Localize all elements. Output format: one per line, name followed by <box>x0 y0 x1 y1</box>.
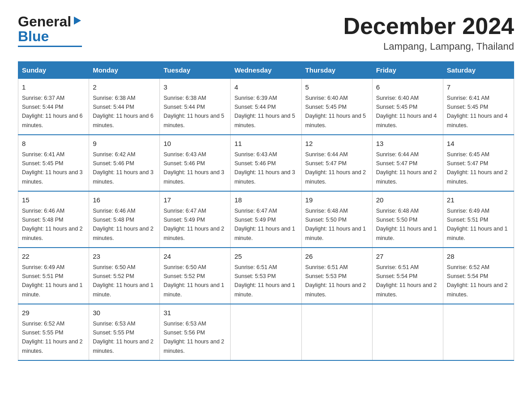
table-row: 23 Sunrise: 6:50 AMSunset: 5:52 PMDaylig… <box>89 248 160 304</box>
day-info: Sunrise: 6:49 AMSunset: 5:51 PMDaylight:… <box>447 208 508 241</box>
day-info: Sunrise: 6:43 AMSunset: 5:46 PMDaylight:… <box>234 151 295 185</box>
table-row: 12 Sunrise: 6:44 AMSunset: 5:47 PMDaylig… <box>301 135 372 191</box>
table-row: 6 Sunrise: 6:40 AMSunset: 5:45 PMDayligh… <box>372 79 443 135</box>
col-saturday: Saturday <box>443 62 514 79</box>
day-info: Sunrise: 6:44 AMSunset: 5:47 PMDaylight:… <box>305 151 366 185</box>
table-row: 13 Sunrise: 6:44 AMSunset: 5:47 PMDaylig… <box>372 135 443 191</box>
table-row: 22 Sunrise: 6:49 AMSunset: 5:51 PMDaylig… <box>18 248 89 304</box>
col-wednesday: Wednesday <box>231 62 301 79</box>
col-sunday: Sunday <box>18 62 89 79</box>
day-number: 28 <box>447 252 510 262</box>
col-tuesday: Tuesday <box>160 62 231 79</box>
day-number: 1 <box>22 82 85 93</box>
day-number: 9 <box>93 139 156 149</box>
table-row: 24 Sunrise: 6:50 AMSunset: 5:52 PMDaylig… <box>160 248 231 304</box>
calendar-week-row: 8 Sunrise: 6:41 AMSunset: 5:45 PMDayligh… <box>18 135 514 191</box>
day-number: 30 <box>93 308 156 318</box>
table-row: 7 Sunrise: 6:41 AMSunset: 5:45 PMDayligh… <box>443 79 514 135</box>
table-row: 28 Sunrise: 6:52 AMSunset: 5:54 PMDaylig… <box>443 248 514 304</box>
day-info: Sunrise: 6:52 AMSunset: 5:55 PMDaylight:… <box>22 321 83 354</box>
day-info: Sunrise: 6:41 AMSunset: 5:45 PMDaylight:… <box>447 95 508 128</box>
day-info: Sunrise: 6:53 AMSunset: 5:56 PMDaylight:… <box>163 321 224 354</box>
table-row: 26 Sunrise: 6:51 AMSunset: 5:53 PMDaylig… <box>301 248 372 304</box>
day-info: Sunrise: 6:40 AMSunset: 5:45 PMDaylight:… <box>376 95 437 128</box>
table-row <box>301 304 372 360</box>
day-number: 8 <box>22 139 85 149</box>
day-info: Sunrise: 6:41 AMSunset: 5:45 PMDaylight:… <box>22 151 83 185</box>
page-header: General Blue December 2024 Lampang, Lamp… <box>18 13 514 52</box>
day-info: Sunrise: 6:52 AMSunset: 5:54 PMDaylight:… <box>447 264 508 298</box>
day-info: Sunrise: 6:46 AMSunset: 5:48 PMDaylight:… <box>93 208 154 241</box>
calendar-week-row: 22 Sunrise: 6:49 AMSunset: 5:51 PMDaylig… <box>18 248 514 304</box>
day-number: 18 <box>234 195 297 206</box>
day-number: 29 <box>22 308 85 318</box>
day-number: 14 <box>447 139 510 149</box>
day-number: 22 <box>22 252 85 262</box>
table-row: 5 Sunrise: 6:40 AMSunset: 5:45 PMDayligh… <box>301 79 372 135</box>
day-info: Sunrise: 6:38 AMSunset: 5:44 PMDaylight:… <box>93 95 154 128</box>
day-number: 16 <box>93 195 156 206</box>
day-number: 15 <box>22 195 85 206</box>
day-number: 4 <box>234 82 297 93</box>
logo: General Blue <box>18 13 82 47</box>
month-title: December 2024 <box>343 13 514 39</box>
day-info: Sunrise: 6:38 AMSunset: 5:44 PMDaylight:… <box>163 95 224 128</box>
table-row: 25 Sunrise: 6:51 AMSunset: 5:53 PMDaylig… <box>231 248 301 304</box>
table-row: 3 Sunrise: 6:38 AMSunset: 5:44 PMDayligh… <box>160 79 231 135</box>
col-monday: Monday <box>89 62 160 79</box>
day-number: 11 <box>234 139 297 149</box>
day-number: 13 <box>376 139 439 149</box>
logo-triangle-icon <box>72 16 82 26</box>
day-info: Sunrise: 6:51 AMSunset: 5:53 PMDaylight:… <box>234 264 295 298</box>
table-row: 21 Sunrise: 6:49 AMSunset: 5:51 PMDaylig… <box>443 191 514 248</box>
day-info: Sunrise: 6:48 AMSunset: 5:50 PMDaylight:… <box>305 208 366 241</box>
table-row: 18 Sunrise: 6:47 AMSunset: 5:49 PMDaylig… <box>231 191 301 248</box>
table-row <box>443 304 514 360</box>
day-info: Sunrise: 6:50 AMSunset: 5:52 PMDaylight:… <box>93 264 154 298</box>
table-row <box>372 304 443 360</box>
table-row <box>231 304 301 360</box>
day-info: Sunrise: 6:44 AMSunset: 5:47 PMDaylight:… <box>376 151 437 185</box>
table-row: 9 Sunrise: 6:42 AMSunset: 5:46 PMDayligh… <box>89 135 160 191</box>
day-info: Sunrise: 6:48 AMSunset: 5:50 PMDaylight:… <box>376 208 437 241</box>
day-number: 19 <box>305 195 369 206</box>
day-info: Sunrise: 6:45 AMSunset: 5:47 PMDaylight:… <box>447 151 508 185</box>
day-number: 6 <box>376 82 439 93</box>
table-row: 17 Sunrise: 6:47 AMSunset: 5:49 PMDaylig… <box>160 191 231 248</box>
day-info: Sunrise: 6:50 AMSunset: 5:52 PMDaylight:… <box>163 264 224 298</box>
day-number: 12 <box>305 139 369 149</box>
logo-blue: Blue <box>18 28 49 45</box>
title-area: December 2024 Lampang, Lampang, Thailand <box>343 13 514 52</box>
day-info: Sunrise: 6:47 AMSunset: 5:49 PMDaylight:… <box>234 208 295 241</box>
day-info: Sunrise: 6:51 AMSunset: 5:54 PMDaylight:… <box>376 264 437 298</box>
day-info: Sunrise: 6:46 AMSunset: 5:48 PMDaylight:… <box>22 208 83 241</box>
logo-underline <box>18 46 82 47</box>
day-number: 26 <box>305 252 369 262</box>
table-row: 27 Sunrise: 6:51 AMSunset: 5:54 PMDaylig… <box>372 248 443 304</box>
day-number: 24 <box>163 252 227 262</box>
table-row: 8 Sunrise: 6:41 AMSunset: 5:45 PMDayligh… <box>18 135 89 191</box>
location-title: Lampang, Lampang, Thailand <box>343 41 514 52</box>
day-number: 23 <box>93 252 156 262</box>
day-info: Sunrise: 6:51 AMSunset: 5:53 PMDaylight:… <box>305 264 366 298</box>
table-row: 1 Sunrise: 6:37 AMSunset: 5:44 PMDayligh… <box>18 79 89 135</box>
day-number: 27 <box>376 252 439 262</box>
day-info: Sunrise: 6:49 AMSunset: 5:51 PMDaylight:… <box>22 264 83 298</box>
day-number: 5 <box>305 82 369 93</box>
day-number: 31 <box>163 308 227 318</box>
table-row: 11 Sunrise: 6:43 AMSunset: 5:46 PMDaylig… <box>231 135 301 191</box>
calendar-week-row: 1 Sunrise: 6:37 AMSunset: 5:44 PMDayligh… <box>18 79 514 135</box>
day-info: Sunrise: 6:42 AMSunset: 5:46 PMDaylight:… <box>93 151 154 185</box>
day-info: Sunrise: 6:43 AMSunset: 5:46 PMDaylight:… <box>163 151 224 185</box>
day-number: 7 <box>447 82 510 93</box>
day-info: Sunrise: 6:53 AMSunset: 5:55 PMDaylight:… <box>93 321 154 354</box>
table-row: 31 Sunrise: 6:53 AMSunset: 5:56 PMDaylig… <box>160 304 231 360</box>
table-row: 19 Sunrise: 6:48 AMSunset: 5:50 PMDaylig… <box>301 191 372 248</box>
day-number: 20 <box>376 195 439 206</box>
day-info: Sunrise: 6:47 AMSunset: 5:49 PMDaylight:… <box>163 208 224 241</box>
table-row: 16 Sunrise: 6:46 AMSunset: 5:48 PMDaylig… <box>89 191 160 248</box>
table-row: 14 Sunrise: 6:45 AMSunset: 5:47 PMDaylig… <box>443 135 514 191</box>
day-number: 21 <box>447 195 510 206</box>
day-number: 2 <box>93 82 156 93</box>
table-row: 29 Sunrise: 6:52 AMSunset: 5:55 PMDaylig… <box>18 304 89 360</box>
